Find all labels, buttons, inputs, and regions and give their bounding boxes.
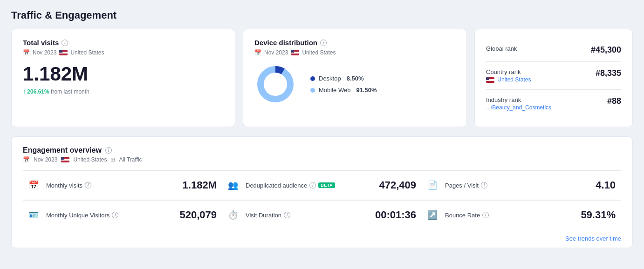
total-visits-header: Total visits i (23, 39, 224, 47)
calendar-icon: 📅 (23, 49, 30, 56)
mobile-legend-item: Mobile Web 91.50% (310, 87, 377, 94)
total-visits-country: United States (70, 49, 104, 56)
dedup-audience-info[interactable]: i (309, 182, 316, 188)
desktop-value: 8.50% (347, 75, 364, 82)
unique-visitors-value: 520,079 (179, 209, 217, 221)
monthly-visits-value: 1.182M (183, 179, 217, 191)
unique-visitors-info[interactable]: i (112, 212, 118, 218)
unique-visitors-left: 🪪 Monthly Unique Visitors i (28, 210, 118, 220)
engagement-title: Engagement overview (23, 146, 102, 155)
visit-duration-left: ⏱️ Visit Duration i (228, 210, 290, 220)
country-rank-link[interactable]: United States (497, 76, 531, 83)
device-header: Device distribution i (254, 39, 455, 47)
total-visits-change-percent: ↑ 206.61% (23, 88, 49, 95)
metrics-rows: 📅 Monthly visits i 1.182M 👥 Deduplicated… (23, 170, 621, 229)
dedup-audience-icon: 👥 (228, 180, 241, 190)
engagement-header: Engagement overview i (23, 146, 621, 155)
page-title: Traffic & Engagement (11, 9, 633, 21)
global-rank-label: Global rank (486, 45, 517, 52)
engagement-section: Engagement overview i 📅 Nov 2023 United … (11, 136, 633, 248)
desktop-dot (310, 76, 315, 81)
engagement-info-icon[interactable]: i (105, 147, 112, 154)
engagement-flag-icon (61, 157, 69, 162)
unique-visitors-icon: 🪪 (28, 210, 41, 220)
total-visits-info-icon[interactable]: i (62, 40, 68, 46)
bounce-rate-cell: ↗️ Bounce Rate i 59.31% (422, 201, 621, 229)
pages-visit-value: 4.10 (596, 179, 616, 191)
svg-point-0 (260, 69, 290, 99)
country-rank-row: Country rank United States #8,335 (486, 62, 621, 90)
page-container: Traffic & Engagement Total visits i 📅 No… (0, 0, 644, 269)
top-cards-row: Total visits i 📅 Nov 2023 United States … (11, 29, 633, 127)
desktop-label: Desktop (319, 75, 341, 82)
unique-visitors-label: Monthly Unique Visitors i (46, 212, 118, 219)
monthly-visits-label: Monthly visits i (46, 182, 91, 189)
desktop-legend-item: Desktop 8.50% (310, 75, 377, 82)
engagement-calendar-icon: 📅 (23, 156, 30, 163)
country-rank-flag (486, 77, 494, 83)
bounce-rate-info[interactable]: i (482, 212, 489, 218)
country-rank-sub: United States (486, 76, 531, 83)
engagement-traffic-filter[interactable]: All Traffic (119, 156, 142, 163)
visit-duration-info[interactable]: i (284, 212, 290, 218)
device-content: Desktop 8.50% Mobile Web 91.50% (254, 63, 455, 105)
mobile-label: Mobile Web (319, 87, 350, 94)
monthly-visits-cell: 📅 Monthly visits i 1.182M (23, 171, 222, 200)
country-rank-value: #8,335 (596, 68, 621, 78)
total-visits-card: Total visits i 📅 Nov 2023 United States … (11, 29, 235, 127)
beta-badge: BETA (318, 182, 335, 188)
bounce-rate-left: ↗️ Bounce Rate i (427, 210, 489, 220)
industry-rank-row: Industry rank .../Beauty_and_Cosmetics #… (486, 90, 621, 117)
device-period: Nov 2023 (264, 49, 288, 56)
us-flag-icon (59, 50, 68, 55)
visit-duration-value: 00:01:36 (375, 209, 416, 221)
country-rank-label: Country rank (486, 68, 531, 75)
pages-visit-cell: 📄 Pages / Visit i 4.10 (422, 171, 621, 200)
monthly-visits-icon: 📅 (28, 180, 41, 190)
global-rank-value: #45,300 (591, 45, 621, 55)
unique-visitors-cell: 🪪 Monthly Unique Visitors i 520,079 (23, 201, 222, 229)
visit-duration-icon: ⏱️ (228, 210, 241, 220)
industry-rank-sub: .../Beauty_and_Cosmetics (486, 104, 551, 111)
dedup-audience-cell: 👥 Deduplicated audience i BETA 472,409 (222, 171, 422, 200)
mobile-value: 91.50% (356, 87, 377, 94)
monthly-visits-left: 📅 Monthly visits i (28, 180, 91, 190)
see-trends-link[interactable]: See trends over time (23, 229, 621, 248)
device-distribution-card: Device distribution i 📅 Nov 2023 United … (243, 29, 467, 127)
device-legend: Desktop 8.50% Mobile Web 91.50% (310, 75, 377, 94)
engagement-meta: 📅 Nov 2023 United States ⊞ All Traffic (23, 156, 621, 163)
dedup-audience-left: 👥 Deduplicated audience i BETA (228, 180, 335, 190)
ranks-card: Global rank #45,300 Country rank United … (474, 29, 633, 127)
monthly-visits-info[interactable]: i (85, 182, 91, 188)
industry-rank-link[interactable]: .../Beauty_and_Cosmetics (486, 104, 551, 111)
bounce-rate-value: 59.31% (581, 209, 616, 221)
total-visits-value: 1.182M (23, 63, 224, 85)
engagement-separator: ⊞ (110, 156, 115, 163)
total-visits-period: Nov 2023 (33, 49, 56, 56)
device-meta: 📅 Nov 2023 United States (254, 49, 455, 56)
metrics-row-2: 🪪 Monthly Unique Visitors i 520,079 ⏱️ V… (23, 200, 621, 229)
pages-visit-label: Pages / Visit i (445, 182, 487, 189)
pages-visit-info[interactable]: i (481, 182, 487, 188)
visit-duration-cell: ⏱️ Visit Duration i 00:01:36 (222, 201, 422, 229)
device-country: United States (302, 49, 336, 56)
device-flag-icon (291, 50, 299, 55)
device-info-icon[interactable]: i (320, 40, 327, 46)
donut-chart (254, 63, 296, 105)
engagement-country: United States (73, 156, 107, 163)
global-rank-row: Global rank #45,300 (486, 39, 621, 62)
total-visits-change-label: from last month (51, 88, 89, 95)
total-visits-change: ↑ 206.61% from last month (23, 88, 224, 95)
mobile-dot (310, 88, 315, 93)
total-visits-meta: 📅 Nov 2023 United States (23, 49, 224, 56)
pages-visit-icon: 📄 (427, 180, 440, 190)
pages-visit-left: 📄 Pages / Visit i (427, 180, 487, 190)
metrics-row-1: 📅 Monthly visits i 1.182M 👥 Deduplicated… (23, 170, 621, 200)
bounce-rate-label: Bounce Rate i (445, 212, 489, 219)
dedup-audience-value: 472,409 (379, 179, 416, 191)
total-visits-label: Total visits (23, 39, 59, 47)
device-calendar-icon: 📅 (254, 49, 261, 56)
industry-rank-label: Industry rank (486, 96, 551, 103)
dedup-audience-label: Deduplicated audience i BETA (246, 182, 335, 189)
device-label: Device distribution (254, 39, 317, 47)
